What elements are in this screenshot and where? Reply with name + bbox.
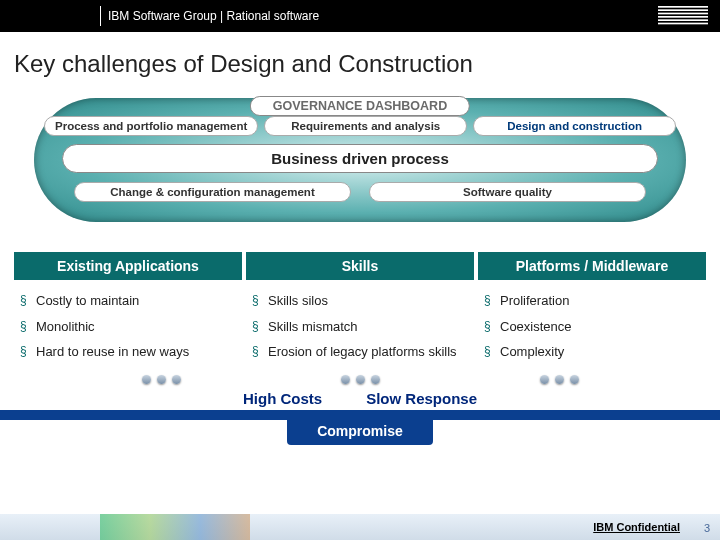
- col-skills: Skills Skills silos Skills mismatch Eros…: [246, 252, 474, 365]
- connector-dots: [0, 375, 720, 384]
- col-platforms: Platforms / Middleware Proliferation Coe…: [478, 252, 706, 365]
- top-bar: IBM Software Group | Rational software: [0, 0, 720, 32]
- governance-pill: Process and portfolio management Require…: [34, 98, 686, 222]
- list-item: Costly to maintain: [20, 288, 236, 314]
- footer-page-number: 3: [704, 522, 710, 534]
- governance-label: GOVERNANCE DASHBOARD: [250, 96, 470, 116]
- summary-compromise: Compromise: [287, 419, 433, 445]
- header-group-text: IBM Software Group | Rational software: [108, 9, 319, 23]
- list-item: Hard to reuse in new ways: [20, 339, 236, 365]
- governance-row-2: Change & configuration management Softwa…: [74, 182, 646, 202]
- tab-process-portfolio: Process and portfolio management: [44, 116, 258, 136]
- tab-software-quality: Software quality: [369, 182, 646, 202]
- governance-row-1: Process and portfolio management Require…: [44, 116, 676, 136]
- list-item: Monolithic: [20, 314, 236, 340]
- list-item: Erosion of legacy platforms skills: [252, 339, 468, 365]
- tab-design-construction: Design and construction: [473, 116, 676, 136]
- ibm-logo-icon: [658, 6, 708, 29]
- svg-rect-0: [658, 6, 708, 8]
- summary-slow-response: Slow Response: [366, 390, 477, 407]
- list-item: Coexistence: [484, 314, 700, 340]
- tab-requirements: Requirements and analysis: [264, 116, 467, 136]
- col-existing-apps: Existing Applications Costly to maintain…: [14, 252, 242, 365]
- tab-change-config: Change & configuration management: [74, 182, 351, 202]
- slide-title: Key challenges of Design and Constructio…: [0, 32, 720, 90]
- challenge-columns: Existing Applications Costly to maintain…: [14, 252, 706, 365]
- summary-high-costs: High Costs: [243, 390, 322, 407]
- footer-bar: IBM Confidential 3: [0, 514, 720, 540]
- list-item: Proliferation: [484, 288, 700, 314]
- svg-rect-3: [658, 16, 708, 18]
- list-item: Skills mismatch: [252, 314, 468, 340]
- center-business-driven: Business driven process: [62, 144, 658, 173]
- col-head-platforms: Platforms / Middleware: [478, 252, 706, 280]
- svg-rect-2: [658, 13, 708, 15]
- footer-decoration-icon: [100, 514, 250, 540]
- summary-block: High Costs Slow Response Compromise: [0, 390, 720, 445]
- svg-rect-5: [658, 23, 708, 25]
- governance-diagram: GOVERNANCE DASHBOARD Process and portfol…: [34, 98, 686, 246]
- footer-confidential: IBM Confidential: [593, 521, 720, 533]
- svg-rect-4: [658, 19, 708, 21]
- col-head-existing: Existing Applications: [14, 252, 242, 280]
- col-head-skills: Skills: [246, 252, 474, 280]
- list-item: Skills silos: [252, 288, 468, 314]
- svg-rect-1: [658, 9, 708, 11]
- list-item: Complexity: [484, 339, 700, 365]
